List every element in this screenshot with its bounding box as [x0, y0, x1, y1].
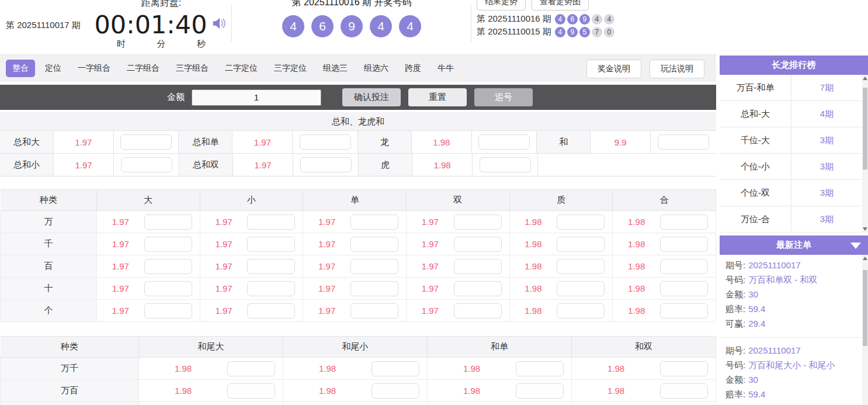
chase-number-button[interactable]: 追号: [474, 88, 533, 106]
amount-label: 金额: [167, 92, 185, 103]
unit-hour-label: 时: [117, 39, 126, 50]
bet-amount-input[interactable]: [144, 281, 192, 296]
bet-amount-input[interactable]: [120, 134, 172, 150]
scroll-up-icon[interactable]: [863, 257, 867, 260]
history-ball: 9: [579, 14, 590, 25]
bet-amount-input[interactable]: [247, 259, 295, 274]
streak-ranking-section: 长龙排行榜 万百-和单 7期 总和-大 4期: [720, 56, 868, 233]
bet-amount-input[interactable]: [557, 214, 605, 230]
column-header: 和单: [428, 337, 572, 358]
bonus-info-button[interactable]: 奖金说明: [586, 60, 641, 78]
bet-amount-input[interactable]: [658, 134, 709, 150]
bet-amount-input[interactable]: [660, 383, 708, 399]
bet-amount-input[interactable]: [660, 214, 708, 230]
bet-amount-input[interactable]: [516, 383, 564, 399]
bet-amount-input[interactable]: [454, 237, 502, 252]
bet-amount-input[interactable]: [454, 303, 502, 319]
bet-amount-input[interactable]: [144, 237, 192, 252]
bet-amount-input[interactable]: [371, 361, 419, 376]
bet-amount-input[interactable]: [480, 157, 531, 172]
view-trend-chart-button[interactable]: 查看走势图: [532, 0, 589, 11]
tab-item[interactable]: 组选三: [317, 60, 354, 77]
bet-amount-input[interactable]: [516, 361, 564, 376]
bet-amount-input[interactable]: [121, 157, 172, 172]
scroll-down-icon[interactable]: [863, 227, 867, 231]
collapse-icon[interactable]: [850, 243, 861, 249]
scrollbar[interactable]: [862, 255, 868, 405]
tab-item[interactable]: 一字组合: [71, 60, 117, 77]
orders-banner: 最新注单: [720, 236, 868, 255]
bet-amount-input[interactable]: [557, 259, 605, 274]
bet-amount-input[interactable]: [227, 361, 275, 376]
tab-item[interactable]: 二字组合: [120, 60, 166, 77]
bet-amount-input[interactable]: [660, 281, 708, 296]
bet-amount-input[interactable]: [454, 281, 502, 296]
table-row: 万千 1.98 1.98 1.98 1.98: [1, 358, 716, 380]
table-row: 十 1.97 1.97 1.97 1.97 1.98 1.98: [1, 278, 716, 300]
tab-item[interactable]: 跨度: [398, 60, 428, 77]
bet-amount-input[interactable]: [660, 237, 708, 252]
odds-value: 1.97: [200, 261, 248, 271]
bet-amount-input[interactable]: [247, 214, 295, 230]
bet-amount-input[interactable]: [660, 259, 708, 274]
odds-value: 1.97: [407, 239, 454, 249]
bet-amount-input[interactable]: [660, 303, 708, 319]
bet-amount-input[interactable]: [350, 281, 398, 296]
odds-value: 1.97: [303, 306, 350, 316]
ranking-count: 3期: [791, 127, 862, 153]
tab-item[interactable]: 组选六: [357, 60, 395, 77]
bet-amount-input[interactable]: [144, 214, 192, 230]
odds-value: 1.98: [412, 154, 473, 176]
bet-amount-input[interactable]: [478, 134, 530, 150]
tab-item[interactable]: 定位: [39, 60, 68, 77]
column-header: 双: [406, 190, 509, 211]
bet-amount-input[interactable]: [247, 237, 295, 252]
bet-amount-input[interactable]: [247, 281, 295, 296]
bet-amount-input[interactable]: [454, 259, 502, 274]
scrollbar-thumb[interactable]: [863, 270, 867, 346]
bet-amount-input[interactable]: [350, 303, 398, 319]
bet-amount-input[interactable]: [660, 361, 708, 376]
odds-value: 1.97: [407, 283, 454, 293]
bet-amount-input[interactable]: [144, 259, 192, 274]
table-row: 千 1.97 1.97 1.97 1.97 1.98 1.98: [1, 233, 716, 255]
scroll-up-icon[interactable]: [863, 77, 867, 80]
reset-button[interactable]: 重置: [408, 88, 467, 106]
bet-amount-input[interactable]: [557, 303, 605, 319]
unit-minute-label: 分: [157, 39, 166, 50]
confirm-bet-button[interactable]: 确认投注: [342, 88, 401, 106]
rules-info-button[interactable]: 玩法说明: [650, 60, 704, 78]
bet-amount-input[interactable]: [300, 134, 351, 150]
result-trend-button[interactable]: 结果走势: [477, 0, 526, 11]
order-odds-label: 赔率:: [725, 389, 745, 399]
odds-value: 1.97: [97, 261, 144, 271]
odds-value: 1.97: [54, 154, 114, 176]
tab-item[interactable]: 二字定位: [218, 60, 264, 77]
tab-item[interactable]: 牛牛: [431, 60, 460, 77]
bet-amount-input[interactable]: [454, 214, 502, 230]
scrollbar-thumb[interactable]: [863, 88, 867, 169]
bet-amount-input[interactable]: [247, 303, 295, 319]
speaker-icon[interactable]: [211, 15, 228, 34]
bet-amount-input[interactable]: [371, 383, 419, 399]
tab-item[interactable]: 整合: [6, 60, 35, 77]
bet-type-label: 总和单: [179, 131, 232, 153]
bet-amount-input[interactable]: [557, 281, 605, 296]
bet-amount-input[interactable]: [227, 383, 275, 399]
history-ball: 4: [604, 14, 614, 25]
tab-item[interactable]: 三字定位: [268, 60, 313, 77]
ranking-row: 万位-合 3期: [720, 206, 862, 233]
column-header: 和尾大: [139, 337, 283, 358]
bet-amount-input[interactable]: [350, 259, 398, 274]
scrollbar[interactable]: [862, 75, 868, 233]
bet-amount-input[interactable]: [350, 214, 398, 230]
draw-ball: 4: [370, 15, 392, 37]
tab-item[interactable]: 三字组合: [169, 60, 215, 77]
amount-input[interactable]: [192, 89, 321, 106]
bet-amount-input[interactable]: [557, 237, 605, 252]
odds-value: 1.98: [510, 217, 557, 227]
last-draw-title: 第 20251110016 期 开奖号码: [235, 0, 468, 9]
bet-amount-input[interactable]: [350, 237, 398, 252]
bet-amount-input[interactable]: [144, 303, 192, 319]
bet-amount-input[interactable]: [300, 157, 352, 172]
